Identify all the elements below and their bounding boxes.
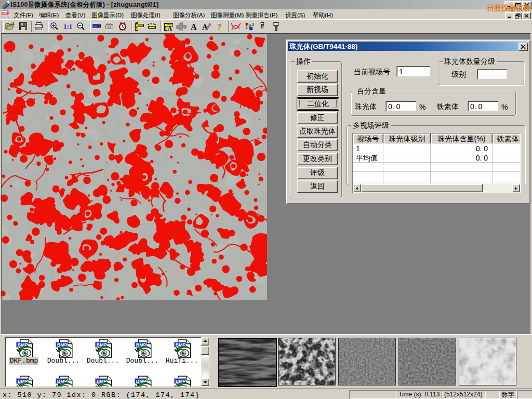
svg-text:A: A	[191, 22, 197, 31]
svg-text:DOC: DOC	[2, 11, 9, 15]
svg-text:?: ?	[217, 22, 221, 31]
svg-text:3: 3	[251, 22, 254, 27]
svg-text:1:1: 1:1	[63, 22, 72, 30]
svg-text:A: A	[168, 25, 172, 32]
